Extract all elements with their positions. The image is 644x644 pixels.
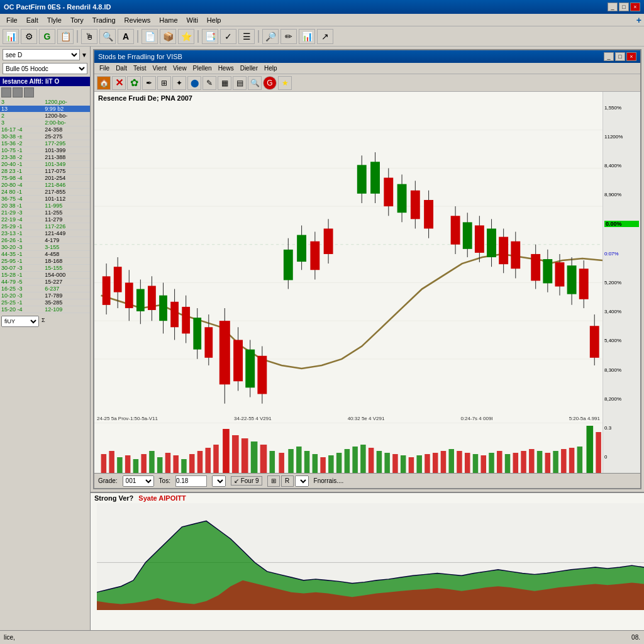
table-row[interactable]: 16-17 -424-358 <box>0 126 90 133</box>
inner-btn-g-circle[interactable]: G <box>263 76 277 90</box>
inner-btn-edit[interactable]: ✎ <box>203 76 216 90</box>
toolbar-btn-lines[interactable]: ☰ <box>238 29 255 44</box>
minimize-button[interactable]: _ <box>608 3 618 11</box>
close-button[interactable]: × <box>630 3 640 11</box>
table-row[interactable]: 20 38 -111-995 <box>0 203 90 209</box>
toolbar-btn-list[interactable]: 📑 <box>202 29 218 44</box>
mini-btn-1[interactable]: ⊞ <box>267 475 280 487</box>
table-row[interactable]: 36-75 -4101-112 <box>0 196 90 203</box>
table-row[interactable]: 10-20 -317-789 <box>0 292 90 299</box>
bottom-ctrl[interactable]: Σ <box>40 316 47 327</box>
tos-select[interactable] <box>212 475 226 487</box>
table-row[interactable]: 15-28 -1154-000 <box>0 272 90 279</box>
inner-btn-table[interactable]: ▦ <box>218 76 231 90</box>
table-row[interactable]: 25-25 -135-285 <box>0 299 90 306</box>
toolbar-btn-a[interactable]: A <box>118 29 134 44</box>
table-row[interactable]: 16-25 -36-237 <box>0 286 90 292</box>
table-row[interactable]: 31200,po- <box>0 99 90 106</box>
dropdown-bulle[interactable]: Bulle 05 Hoodc <box>3 63 87 74</box>
inner-btn-table2[interactable]: ▤ <box>233 76 247 90</box>
table-row[interactable]: 23-13 -1121-449 <box>0 230 90 237</box>
menu-file[interactable]: File <box>3 15 21 25</box>
table-row[interactable]: 22-19 -411-279 <box>0 216 90 223</box>
menu-hame[interactable]: Hame <box>155 15 181 25</box>
toolbar-btn-magnify[interactable]: 🔍 <box>99 29 116 44</box>
inner-menu-plellen[interactable]: Plellen <box>191 64 214 72</box>
table-row[interactable]: 20-80 -4121-846 <box>0 182 90 189</box>
table-row[interactable]: 24 80 -1217-855 <box>0 189 90 196</box>
menu-witi[interactable]: Witi <box>183 15 202 25</box>
menu-ealt[interactable]: Ealt <box>23 15 42 25</box>
inner-menu-vient[interactable]: Vient <box>150 64 169 72</box>
maximize-button[interactable]: □ <box>619 3 629 11</box>
toolbar-btn-clipboard[interactable]: 📋 <box>57 29 74 44</box>
inner-menu-dalt[interactable]: Dalt <box>113 64 130 72</box>
inner-menu-help[interactable]: Help <box>262 64 280 72</box>
table-row[interactable]: 44-35 -14-458 <box>0 251 90 258</box>
icon-3[interactable] <box>24 87 34 97</box>
table-row[interactable]: 25-29 -1117-226 <box>0 223 90 230</box>
toolbar-btn-table[interactable]: 📊 <box>299 29 315 44</box>
menu-trading[interactable]: Trading <box>89 15 119 25</box>
menu-help[interactable]: Help <box>203 15 225 25</box>
icon-1[interactable] <box>1 87 11 97</box>
table-row[interactable]: 25-95 -118-168 <box>0 258 90 265</box>
table-row[interactable]: 20-40 -1101-349 <box>0 161 90 168</box>
inner-maximize[interactable]: □ <box>615 52 625 61</box>
inner-menu-file[interactable]: File <box>97 64 112 72</box>
inner-menu-view[interactable]: View <box>170 64 189 72</box>
table-row[interactable]: 21200-bo- <box>0 113 90 119</box>
table-row[interactable]: 26-26 -14-179 <box>0 237 90 244</box>
grade-select[interactable]: 001 <box>123 475 154 487</box>
toolbar-btn-g[interactable]: G <box>39 29 55 44</box>
table-row[interactable]: 10-75 -1101-399 <box>0 147 90 154</box>
toolbar-btn-star[interactable]: ⭐ <box>178 29 194 44</box>
inner-title-buttons[interactable]: _ □ × <box>604 52 636 61</box>
toolbar-btn-arrow[interactable]: ↗ <box>317 29 333 44</box>
table-row[interactable]: 30-38 -±25-275 <box>0 133 90 140</box>
table-row[interactable]: 15-36 -2177-295 <box>0 140 90 147</box>
dropdown-arrow-1[interactable]: ▼ <box>81 52 87 58</box>
mini-select[interactable] <box>295 475 309 487</box>
table-row[interactable]: 75-98 -4201-254 <box>0 175 90 182</box>
toolbar-btn-search[interactable]: 🔎 <box>262 29 279 44</box>
table-row[interactable]: 32:00-bo- <box>0 119 90 126</box>
toolbar-btn-cursor[interactable]: 🖱 <box>81 29 97 44</box>
table-row[interactable]: 21-29 -311-255 <box>0 209 90 216</box>
bottom-select[interactable]: fiUY <box>1 316 39 327</box>
table-row[interactable]: 28 23 -1117-075 <box>0 168 90 175</box>
title-buttons[interactable]: _ □ × <box>608 3 640 11</box>
icon-2[interactable] <box>13 87 23 97</box>
inner-btn-home[interactable]: 🏠 <box>97 76 111 90</box>
inner-close[interactable]: × <box>626 52 636 61</box>
tos-input[interactable] <box>175 475 207 487</box>
four-btn[interactable]: ↙ Four 9 <box>231 476 262 486</box>
inner-btn-star2[interactable]: ✦ <box>172 76 186 90</box>
toolbar-btn-pencil[interactable]: ✏ <box>280 29 297 44</box>
inner-btn-circle[interactable]: ⬤ <box>187 76 201 90</box>
table-row[interactable]: 139:99 b2 <box>0 106 90 113</box>
table-row[interactable]: 30-20 -33-155 <box>0 244 90 251</box>
inner-btn-pen[interactable]: ✒ <box>142 76 156 90</box>
inner-menu-hews[interactable]: Hews <box>216 64 236 72</box>
add-button[interactable]: + <box>636 15 641 25</box>
inner-btn-close[interactable]: ✕ <box>112 76 126 90</box>
toolbar-btn-check[interactable]: ✓ <box>220 29 236 44</box>
inner-menu-teist[interactable]: Teist <box>131 64 149 72</box>
dropdown-see[interactable]: see D <box>3 49 80 60</box>
table-row[interactable]: 44-79 -515-227 <box>0 279 90 286</box>
toolbar-btn-gear[interactable]: ⚙ <box>21 29 37 44</box>
toolbar-btn-chart[interactable]: 📊 <box>3 29 19 44</box>
inner-btn-star3[interactable]: ★ <box>278 76 292 90</box>
inner-btn-grid[interactable]: ⊞ <box>157 76 171 90</box>
menu-reviews[interactable]: Reviews <box>121 15 155 25</box>
toolbar-btn-box[interactable]: 📦 <box>160 29 176 44</box>
inner-btn-green[interactable]: ✿ <box>127 76 141 90</box>
mini-btn-2[interactable]: R <box>281 475 294 487</box>
table-row[interactable]: 23-38 -2211-388 <box>0 154 90 161</box>
table-row[interactable]: 30-07 -315-155 <box>0 265 90 272</box>
menu-tory[interactable]: Tory <box>67 15 87 25</box>
table-row[interactable]: 15-20 -412-109 <box>0 306 90 313</box>
inner-minimize[interactable]: _ <box>604 52 614 61</box>
inner-btn-search[interactable]: 🔍 <box>248 76 262 90</box>
